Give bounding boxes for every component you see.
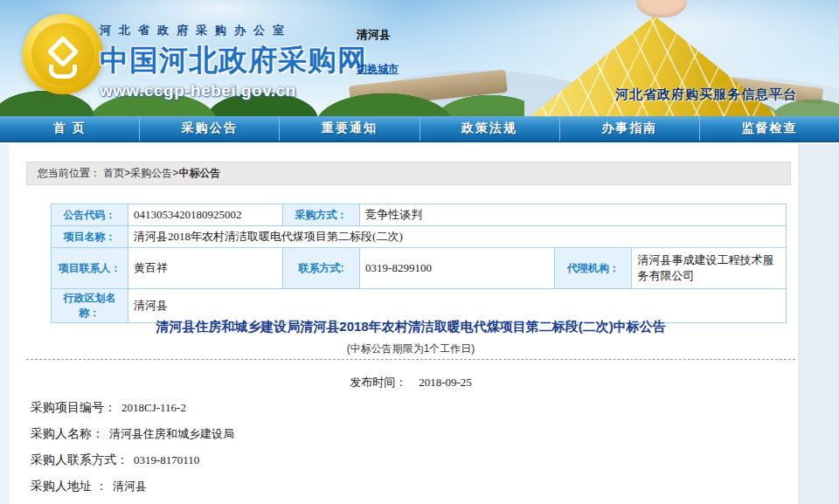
- content-area: 您当前位置： 首页>采购公告>中标公告 公告代码： 04130534201809…: [0, 144, 839, 504]
- field-label: 采购人地址 ：: [31, 479, 107, 493]
- site-title: 中国河北政府采购网: [100, 41, 367, 80]
- contact-info-label: 联系方式:: [282, 248, 359, 289]
- field-project-number: 采购项目编号：2018CJ-116-2: [31, 394, 782, 420]
- project-contact-label: 项目联系人：: [52, 248, 128, 289]
- hand-graphic: [636, 0, 687, 17]
- project-name-label: 项目名称：: [52, 226, 128, 248]
- site-url: www.ccgp-hebei.gov.cn: [100, 81, 367, 100]
- city-block: 清河县 切换城市: [357, 27, 399, 77]
- main-nav: 首 页 采购公告 重要通知 政策法规 办事指南 监督检查: [0, 116, 839, 142]
- table-row: 公告代码： 0413053420180925002 采购方式： 竞争性谈判: [52, 204, 787, 226]
- nav-item-home[interactable]: 首 页: [0, 116, 139, 141]
- nav-item-service-guide[interactable]: 办事指南: [559, 116, 699, 141]
- field-label: 采购人联系方式：: [31, 452, 128, 466]
- procurement-method-value: 竞争性谈判: [360, 204, 787, 226]
- announcement-subtitle: (中标公告期限为1个工作日): [26, 342, 795, 356]
- field-value: 0319-8170110: [134, 453, 199, 466]
- field-purchaser-address: 采购人地址 ：清河县: [31, 473, 782, 499]
- breadcrumb: 您当前位置： 首页>采购公告>中标公告: [26, 162, 791, 185]
- table-row: 行政区划名称： 清河县: [52, 289, 787, 323]
- page: 河北省政府采购办公室 中国河北政府采购网 www.ccgp-hebei.gov.…: [0, 0, 839, 504]
- nav-item-supervision[interactable]: 监督检查: [699, 116, 839, 141]
- agency-label: 代理机构：: [555, 248, 632, 289]
- office-name: 河北省政府采购办公室: [100, 23, 367, 38]
- brand-block: 河北省政府采购办公室 中国河北政府采购网 www.ccgp-hebei.gov.…: [100, 23, 367, 100]
- breadcrumb-home-link[interactable]: 首页: [103, 167, 124, 179]
- table-row: 项目名称： 清河县2018年农村清洁取暖电代煤项目第二标段(二次): [52, 226, 787, 248]
- field-purchaser-contact: 采购人联系方式：0319-8170110: [31, 446, 782, 473]
- nav-item-important-notices[interactable]: 重要通知: [279, 116, 419, 141]
- logo-bracket-icon: [49, 65, 77, 79]
- breadcrumb-current: 中标公告: [178, 167, 220, 179]
- procurement-method-label: 采购方式：: [282, 204, 359, 226]
- project-contact-value: 黄百祥: [128, 248, 283, 289]
- announcement-fields: 采购项目编号：2018CJ-116-2 采购人名称：清河县住房和城乡建设局 采购…: [31, 394, 782, 499]
- project-name-value: 清河县2018年农村清洁取暖电代煤项目第二标段(二次): [128, 226, 787, 248]
- switch-city-link[interactable]: 切换城市: [357, 62, 399, 77]
- field-value: 清河县: [113, 480, 147, 493]
- site-logo-icon: [23, 14, 103, 94]
- agency-value: 清河县事成建设工程技术服务有限公司: [632, 248, 787, 289]
- breadcrumb-section-link[interactable]: 采购公告: [130, 167, 172, 179]
- current-city-label: 清河县: [357, 27, 399, 43]
- publish-time-value: 2018-09-25: [419, 376, 472, 389]
- field-purchaser-name: 采购人名称：清河县住房和城乡建设局: [31, 420, 782, 446]
- field-label: 采购人名称：: [31, 426, 104, 440]
- dashed-divider: [26, 359, 795, 360]
- admin-region-value: 清河县: [128, 289, 787, 323]
- breadcrumb-prefix: 您当前位置：: [38, 167, 101, 179]
- field-value: 2018CJ-116-2: [121, 401, 186, 414]
- table-row: 项目联系人： 黄百祥 联系方式: 0319-8299100 代理机构： 清河县事…: [52, 248, 787, 289]
- nav-item-policies[interactable]: 政策法规: [420, 116, 559, 141]
- announcement-code-label: 公告代码：: [52, 204, 128, 226]
- right-margin-strip: [798, 144, 839, 504]
- nav-item-procurement-announcements[interactable]: 采购公告: [139, 116, 279, 141]
- left-margin-strip: [0, 144, 9, 504]
- field-value: 清河县住房和城乡建设局: [109, 427, 234, 440]
- admin-region-label: 行政区划名称：: [52, 289, 128, 323]
- publish-time-label: 发布时间：: [350, 376, 406, 389]
- announcement-code-value: 0413053420180925002: [128, 204, 283, 226]
- announcement-info-table: 公告代码： 0413053420180925002 采购方式： 竞争性谈判 项目…: [51, 204, 787, 323]
- publish-time-line: 发布时间：2018-09-25: [26, 375, 795, 390]
- field-label: 采购项目编号：: [31, 400, 116, 414]
- contact-info-value: 0319-8299100: [360, 248, 555, 289]
- platform-slogan: 河北省政府购买服务信息平台: [615, 86, 797, 103]
- announcement-title: 清河县住房和城乡建设局清河县2018年农村清洁取暖电代煤项目第二标段(二次)中标…: [26, 319, 795, 335]
- header-banner: 河北省政府采购办公室 中国河北政府采购网 www.ccgp-hebei.gov.…: [0, 0, 839, 116]
